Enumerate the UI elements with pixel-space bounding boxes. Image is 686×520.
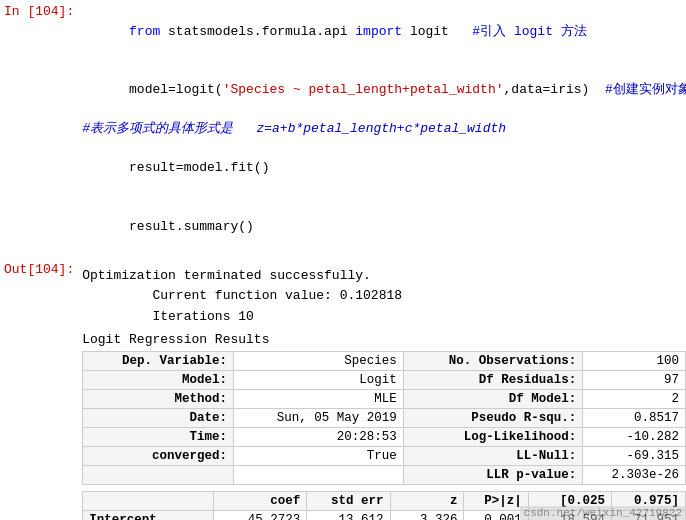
info-label: Model: xyxy=(83,370,234,389)
info-label2: LLR p-value: xyxy=(403,465,582,484)
result-assign: result xyxy=(129,160,176,175)
info-label: converged: xyxy=(83,446,234,465)
info-row: Method:MLEDf Model:2 xyxy=(83,389,686,408)
info-label: Date: xyxy=(83,408,234,427)
info-row: Dep. Variable:SpeciesNo. Observations:10… xyxy=(83,351,686,370)
info-label xyxy=(83,465,234,484)
input-content: from statsmodels.formula.api import logi… xyxy=(82,0,686,258)
info-label: Dep. Variable: xyxy=(83,351,234,370)
module-name: statsmodels.formula.api xyxy=(160,24,355,39)
info-row: Model:LogitDf Residuals:97 xyxy=(83,370,686,389)
logit-call: logit( xyxy=(176,82,223,97)
info-value: Logit xyxy=(233,370,403,389)
info-row: Time:20:28:53Log-Likelihood:-10.282 xyxy=(83,427,686,446)
output-content: Optimization terminated successfully. Cu… xyxy=(82,258,686,521)
info-value2: 100 xyxy=(583,351,686,370)
info-label2: Df Model: xyxy=(403,389,582,408)
code-line-3: #表示多项式的具体形式是 z=a+b*petal_length+c*petal_… xyxy=(82,119,686,139)
info-label2: Pseudo R-squ.: xyxy=(403,408,582,427)
formula-string: 'Species ~ petal_length+petal_width' xyxy=(223,82,504,97)
code-line-1: from statsmodels.formula.api import logi… xyxy=(82,2,686,61)
output-cell: Out[104]: Optimization terminated succes… xyxy=(0,258,686,521)
eq2: = xyxy=(176,160,184,175)
from-keyword: from xyxy=(129,24,160,39)
model-fit: model.fit() xyxy=(184,160,270,175)
info-value xyxy=(233,465,403,484)
input-cell: In [104]: from statsmodels.formula.api i… xyxy=(0,0,686,258)
info-table: Dep. Variable:SpeciesNo. Observations:10… xyxy=(82,351,686,485)
info-row: Date:Sun, 05 May 2019Pseudo R-squ.:0.851… xyxy=(83,408,686,427)
code-line-4: result=model.fit() xyxy=(82,139,686,198)
comment-2: #创建实例对象 xyxy=(605,82,686,97)
info-value: 20:28:53 xyxy=(233,427,403,446)
stats-cell: 3.326 xyxy=(390,510,464,520)
info-value: Sun, 05 May 2019 xyxy=(233,408,403,427)
info-label: Time: xyxy=(83,427,234,446)
info-label2: Df Residuals: xyxy=(403,370,582,389)
info-value2: 2 xyxy=(583,389,686,408)
info-value2: 97 xyxy=(583,370,686,389)
info-value2: 0.8517 xyxy=(583,408,686,427)
input-label: In [104]: xyxy=(0,0,82,258)
info-row: converged:TrueLL-Null:-69.315 xyxy=(83,446,686,465)
watermark: csdn.net/weixin_42719822 xyxy=(520,506,686,520)
code-line-5: result.summary() xyxy=(82,197,686,256)
stats-empty-header xyxy=(83,491,214,510)
info-label: Method: xyxy=(83,389,234,408)
import-keyword: import xyxy=(355,24,402,39)
result-summary: result.summary() xyxy=(129,219,254,234)
logit-name: logit xyxy=(402,24,472,39)
info-label2: Log-Likelihood: xyxy=(403,427,582,446)
comment-1: #引入 logit 方法 xyxy=(472,24,586,39)
eq1: = xyxy=(168,82,176,97)
info-value2: -69.315 xyxy=(583,446,686,465)
info-value: Species xyxy=(233,351,403,370)
info-value2: -10.282 xyxy=(583,427,686,446)
info-value2: 2.303e-26 xyxy=(583,465,686,484)
data-arg: ,data=iris) xyxy=(504,82,605,97)
info-row: LLR p-value:2.303e-26 xyxy=(83,465,686,484)
model-assign: model xyxy=(129,82,168,97)
stats-cell: 13.612 xyxy=(307,510,390,520)
info-value: True xyxy=(233,446,403,465)
stats-column-header: z xyxy=(390,491,464,510)
info-label2: LL-Null: xyxy=(403,446,582,465)
output-label: Out[104]: xyxy=(0,258,82,521)
results-title: Logit Regression Results xyxy=(82,332,686,347)
stats-column-header: std err xyxy=(307,491,390,510)
stats-cell: 45.2723 xyxy=(214,510,307,520)
stats-column-header: coef xyxy=(214,491,307,510)
stats-row-label: Intercept xyxy=(83,510,214,520)
optimization-text: Optimization terminated successfully. Cu… xyxy=(82,260,686,332)
code-line-2: model=logit('Species ~ petal_length+peta… xyxy=(82,61,686,120)
info-label2: No. Observations: xyxy=(403,351,582,370)
info-value: MLE xyxy=(233,389,403,408)
